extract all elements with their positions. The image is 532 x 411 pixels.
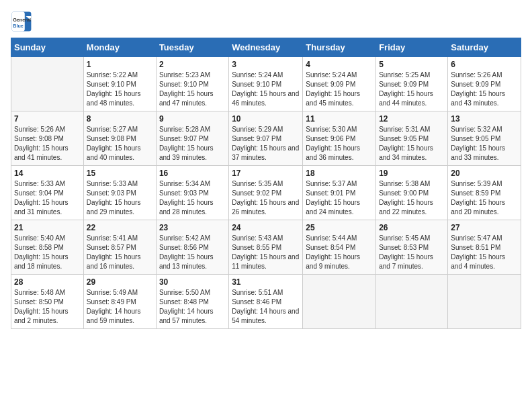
day-header-monday: Monday — [83, 38, 156, 57]
day-number: 31 — [232, 277, 300, 287]
day-header-sunday: Sunday — [11, 38, 84, 57]
day-info: Sunrise: 5:28 AM Sunset: 9:07 PM Dayligh… — [159, 125, 226, 163]
day-info: Sunrise: 5:48 AM Sunset: 8:50 PM Dayligh… — [14, 288, 81, 326]
day-info: Sunrise: 5:22 AM Sunset: 9:10 PM Dayligh… — [87, 71, 153, 108]
day-info: Sunrise: 5:51 AM Sunset: 8:46 PM Dayligh… — [232, 288, 300, 326]
day-info: Sunrise: 5:44 AM Sunset: 8:54 PM Dayligh… — [306, 234, 373, 271]
day-info: Sunrise: 5:38 AM Sunset: 9:00 PM Dayligh… — [379, 179, 445, 217]
svg-text:Blue: Blue — [13, 23, 24, 29]
svg-text:General: General — [13, 17, 31, 23]
day-info: Sunrise: 5:23 AM Sunset: 9:10 PM Dayligh… — [159, 71, 226, 108]
day-header-tuesday: Tuesday — [156, 38, 228, 57]
day-info: Sunrise: 5:45 AM Sunset: 8:53 PM Dayligh… — [379, 234, 445, 271]
day-cell: 23Sunrise: 5:42 AM Sunset: 8:56 PM Dayli… — [156, 220, 228, 275]
day-number: 25 — [306, 223, 373, 232]
day-info: Sunrise: 5:43 AM Sunset: 8:55 PM Dayligh… — [232, 234, 300, 271]
day-cell: 19Sunrise: 5:38 AM Sunset: 9:00 PM Dayli… — [376, 166, 448, 220]
day-cell: 10Sunrise: 5:29 AM Sunset: 9:07 PM Dayli… — [229, 111, 303, 166]
day-number: 11 — [306, 114, 373, 124]
day-number: 28 — [14, 277, 81, 287]
day-info: Sunrise: 5:49 AM Sunset: 8:49 PM Dayligh… — [87, 288, 153, 326]
day-number: 22 — [87, 223, 153, 232]
day-number: 12 — [379, 114, 445, 124]
day-number: 18 — [306, 169, 373, 178]
day-cell — [376, 275, 448, 329]
day-number: 27 — [451, 223, 518, 232]
day-number: 7 — [14, 114, 81, 124]
day-number: 15 — [87, 169, 153, 178]
day-cell: 27Sunrise: 5:47 AM Sunset: 8:51 PM Dayli… — [448, 220, 521, 275]
day-number: 17 — [232, 169, 300, 178]
day-cell: 29Sunrise: 5:49 AM Sunset: 8:49 PM Dayli… — [83, 275, 156, 329]
week-row-1: 1Sunrise: 5:22 AM Sunset: 9:10 PM Daylig… — [11, 57, 521, 111]
day-info: Sunrise: 5:32 AM Sunset: 9:05 PM Dayligh… — [451, 125, 518, 163]
day-header-friday: Friday — [376, 38, 448, 57]
day-number: 8 — [87, 114, 153, 124]
day-cell: 12Sunrise: 5:31 AM Sunset: 9:05 PM Dayli… — [376, 111, 448, 166]
day-info: Sunrise: 5:24 AM Sunset: 9:10 PM Dayligh… — [232, 71, 300, 108]
day-number: 21 — [14, 223, 81, 232]
day-cell: 31Sunrise: 5:51 AM Sunset: 8:46 PM Dayli… — [229, 275, 303, 329]
day-number: 6 — [451, 60, 518, 69]
week-row-4: 21Sunrise: 5:40 AM Sunset: 8:58 PM Dayli… — [11, 220, 521, 275]
week-row-2: 7Sunrise: 5:26 AM Sunset: 9:08 PM Daylig… — [11, 111, 521, 166]
day-number: 10 — [232, 114, 300, 124]
day-cell: 30Sunrise: 5:50 AM Sunset: 8:48 PM Dayli… — [156, 275, 228, 329]
day-cell: 28Sunrise: 5:48 AM Sunset: 8:50 PM Dayli… — [11, 275, 84, 329]
day-number: 16 — [159, 169, 226, 178]
day-cell: 25Sunrise: 5:44 AM Sunset: 8:54 PM Dayli… — [303, 220, 376, 275]
day-number: 3 — [232, 60, 300, 69]
day-cell — [303, 275, 376, 329]
day-cell — [11, 57, 84, 111]
day-cell: 7Sunrise: 5:26 AM Sunset: 9:08 PM Daylig… — [11, 111, 84, 166]
day-cell: 21Sunrise: 5:40 AM Sunset: 8:58 PM Dayli… — [11, 220, 84, 275]
day-info: Sunrise: 5:37 AM Sunset: 9:01 PM Dayligh… — [306, 179, 373, 217]
day-cell: 22Sunrise: 5:41 AM Sunset: 8:57 PM Dayli… — [83, 220, 156, 275]
day-info: Sunrise: 5:26 AM Sunset: 9:08 PM Dayligh… — [14, 125, 81, 163]
day-cell: 3Sunrise: 5:24 AM Sunset: 9:10 PM Daylig… — [229, 57, 303, 111]
day-number: 4 — [306, 60, 373, 69]
day-info: Sunrise: 5:35 AM Sunset: 9:02 PM Dayligh… — [232, 179, 300, 217]
day-cell: 26Sunrise: 5:45 AM Sunset: 8:53 PM Dayli… — [376, 220, 448, 275]
day-cell: 16Sunrise: 5:34 AM Sunset: 9:03 PM Dayli… — [156, 166, 228, 220]
day-info: Sunrise: 5:24 AM Sunset: 9:09 PM Dayligh… — [306, 71, 373, 108]
day-cell: 15Sunrise: 5:33 AM Sunset: 9:03 PM Dayli… — [83, 166, 156, 220]
day-info: Sunrise: 5:27 AM Sunset: 9:08 PM Dayligh… — [87, 125, 153, 163]
day-number: 1 — [87, 60, 153, 69]
day-info: Sunrise: 5:41 AM Sunset: 8:57 PM Dayligh… — [87, 234, 153, 271]
day-number: 29 — [87, 277, 153, 287]
day-cell: 13Sunrise: 5:32 AM Sunset: 9:05 PM Dayli… — [448, 111, 521, 166]
day-cell: 9Sunrise: 5:28 AM Sunset: 9:07 PM Daylig… — [156, 111, 228, 166]
day-cell: 5Sunrise: 5:25 AM Sunset: 9:09 PM Daylig… — [376, 57, 448, 111]
day-cell — [448, 275, 521, 329]
day-info: Sunrise: 5:31 AM Sunset: 9:05 PM Dayligh… — [379, 125, 445, 163]
day-info: Sunrise: 5:33 AM Sunset: 9:03 PM Dayligh… — [87, 179, 153, 217]
logo-icon: General Blue — [11, 11, 32, 32]
day-cell: 8Sunrise: 5:27 AM Sunset: 9:08 PM Daylig… — [83, 111, 156, 166]
day-cell: 4Sunrise: 5:24 AM Sunset: 9:09 PM Daylig… — [303, 57, 376, 111]
day-info: Sunrise: 5:40 AM Sunset: 8:58 PM Dayligh… — [14, 234, 81, 271]
week-row-5: 28Sunrise: 5:48 AM Sunset: 8:50 PM Dayli… — [11, 275, 521, 329]
day-info: Sunrise: 5:25 AM Sunset: 9:09 PM Dayligh… — [379, 71, 445, 108]
day-info: Sunrise: 5:42 AM Sunset: 8:56 PM Dayligh… — [159, 234, 226, 271]
week-row-3: 14Sunrise: 5:33 AM Sunset: 9:04 PM Dayli… — [11, 166, 521, 220]
day-cell: 18Sunrise: 5:37 AM Sunset: 9:01 PM Dayli… — [303, 166, 376, 220]
day-header-wednesday: Wednesday — [229, 38, 303, 57]
day-number: 23 — [159, 223, 226, 232]
day-cell: 20Sunrise: 5:39 AM Sunset: 8:59 PM Dayli… — [448, 166, 521, 220]
day-cell: 14Sunrise: 5:33 AM Sunset: 9:04 PM Dayli… — [11, 166, 84, 220]
day-cell: 1Sunrise: 5:22 AM Sunset: 9:10 PM Daylig… — [83, 57, 156, 111]
day-info: Sunrise: 5:47 AM Sunset: 8:51 PM Dayligh… — [451, 234, 518, 271]
day-number: 19 — [379, 169, 445, 178]
day-number: 20 — [451, 169, 518, 178]
calendar-table: SundayMondayTuesdayWednesdayThursdayFrid… — [11, 38, 521, 329]
header: General Blue — [11, 11, 521, 32]
day-info: Sunrise: 5:34 AM Sunset: 9:03 PM Dayligh… — [159, 179, 226, 217]
day-cell: 2Sunrise: 5:23 AM Sunset: 9:10 PM Daylig… — [156, 57, 228, 111]
day-info: Sunrise: 5:30 AM Sunset: 9:06 PM Dayligh… — [306, 125, 373, 163]
day-number: 9 — [159, 114, 226, 124]
day-cell: 17Sunrise: 5:35 AM Sunset: 9:02 PM Dayli… — [229, 166, 303, 220]
day-info: Sunrise: 5:33 AM Sunset: 9:04 PM Dayligh… — [14, 179, 81, 217]
day-info: Sunrise: 5:26 AM Sunset: 9:09 PM Dayligh… — [451, 71, 518, 108]
header-row: SundayMondayTuesdayWednesdayThursdayFrid… — [11, 38, 521, 57]
